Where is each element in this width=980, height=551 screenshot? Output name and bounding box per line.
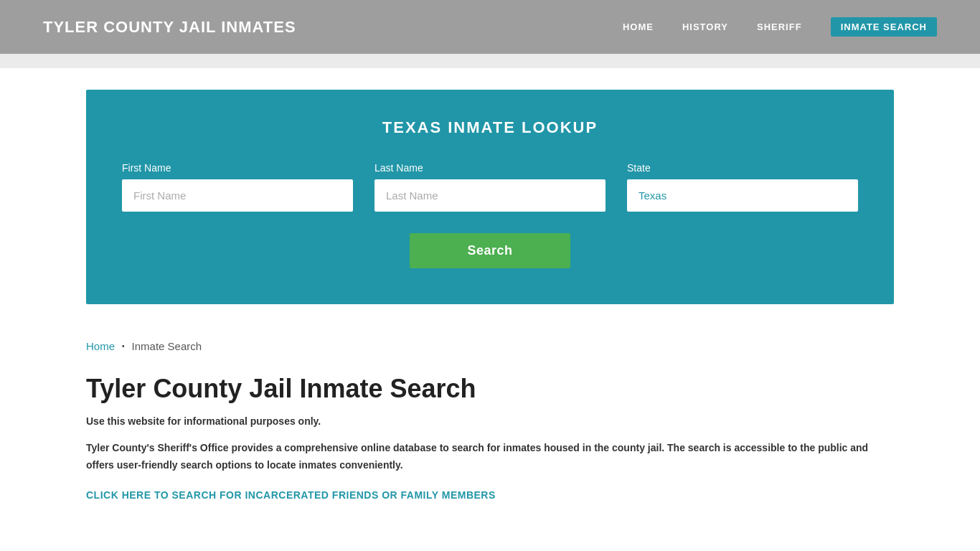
breadcrumb-current-page: Inmate Search: [132, 340, 202, 352]
nav-inmate-search[interactable]: INMATE SEARCH: [831, 17, 937, 37]
last-name-label: Last Name: [374, 162, 606, 174]
state-input[interactable]: [627, 179, 858, 212]
nav-home[interactable]: HOME: [623, 22, 654, 32]
site-title: TYLER COUNTY JAIL INMATES: [43, 18, 296, 37]
state-group: State: [627, 162, 858, 212]
description-text: Tyler County's Sheriff's Office provides…: [86, 440, 894, 474]
page-title: Tyler County Jail Inmate Search: [86, 374, 894, 404]
state-label: State: [627, 162, 858, 174]
breadcrumb-separator: •: [122, 342, 125, 350]
search-panel-title: TEXAS INMATE LOOKUP: [122, 118, 858, 137]
first-name-input[interactable]: [122, 179, 353, 212]
content-section: Tyler County Jail Inmate Search Use this…: [0, 359, 980, 530]
subheader-stripe: [0, 54, 980, 68]
search-panel: TEXAS INMATE LOOKUP First Name Last Name…: [86, 90, 894, 304]
nav-history[interactable]: HISTORY: [682, 22, 728, 32]
nav-sheriff[interactable]: SHERIFF: [757, 22, 802, 32]
last-name-group: Last Name: [374, 162, 606, 212]
cta-link[interactable]: CLICK HERE to Search for Incarcerated Fr…: [86, 489, 496, 501]
site-header: TYLER COUNTY JAIL INMATES HOME HISTORY S…: [0, 0, 980, 54]
breadcrumb: Home • Inmate Search: [0, 326, 980, 359]
breadcrumb-home-link[interactable]: Home: [86, 340, 115, 352]
search-button[interactable]: Search: [410, 233, 570, 268]
main-nav: HOME HISTORY SHERIFF INMATE SEARCH: [623, 17, 937, 37]
first-name-group: First Name: [122, 162, 353, 212]
first-name-label: First Name: [122, 162, 353, 174]
form-row: First Name Last Name State: [122, 162, 858, 212]
disclaimer-text: Use this website for informational purpo…: [86, 415, 894, 427]
last-name-input[interactable]: [374, 179, 606, 212]
search-btn-row: Search: [122, 233, 858, 268]
